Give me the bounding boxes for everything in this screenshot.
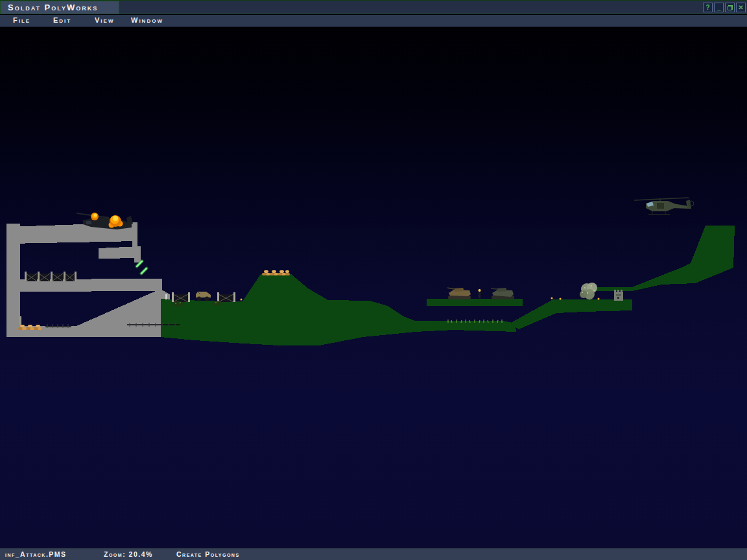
soldier-sprite: [477, 289, 483, 298]
main-land: [161, 274, 516, 345]
restore-button[interactable]: [725, 3, 735, 12]
map-canvas[interactable]: [0, 27, 747, 548]
fence-sprites-floor: [25, 272, 77, 281]
floating-slab: [99, 246, 141, 259]
close-button[interactable]: ✕: [736, 3, 746, 12]
floating-platform: [427, 299, 523, 306]
minimize-icon: _: [717, 4, 721, 12]
restore-icon: [728, 5, 733, 10]
status-zoom: Zoom: 20.4%: [104, 550, 153, 558]
right-shelf: [510, 299, 632, 329]
map-svg: [0, 27, 747, 548]
status-tool: Create Polygons: [176, 550, 240, 558]
post: [19, 316, 21, 325]
tree-sprite: [580, 283, 597, 300]
menu-bar: File Edit View Window: [0, 15, 747, 27]
helicopter-sprite: [634, 198, 694, 215]
sandbags-hilltop: [262, 270, 290, 275]
minimize-button[interactable]: _: [714, 3, 724, 12]
title-box: Soldat PolyWorks: [0, 1, 119, 14]
fence-sprite-a: [172, 292, 190, 302]
polyworks-window: Soldat PolyWorks ? _ ✕ File Edit View Wi…: [0, 0, 747, 560]
tank-sprite-camo: [491, 288, 514, 299]
menu-edit[interactable]: Edit: [53, 16, 71, 24]
right-ledge-hill: [592, 226, 735, 291]
fire-big: [109, 215, 123, 228]
fire-small: [91, 213, 99, 220]
wreck-cockpit: [86, 221, 91, 224]
tank-sprite-brown: [447, 288, 471, 299]
terrain: [161, 226, 735, 345]
white-marker: [165, 294, 167, 299]
tower-sprite: [614, 290, 623, 301]
jeep-sprite: [196, 292, 211, 301]
help-button[interactable]: ?: [703, 3, 713, 12]
projectile-streaks: [137, 261, 147, 274]
window-controls: ? _ ✕: [703, 3, 746, 12]
status-bar: inf_Attack.PMS Zoom: 20.4% Create Polygo…: [0, 548, 747, 560]
fence-sprite-b: [217, 292, 235, 302]
heli-door: [657, 203, 664, 209]
help-icon: ?: [706, 4, 709, 12]
menu-view[interactable]: View: [95, 16, 114, 24]
sandbags-bottom: [18, 316, 42, 330]
window-title: Soldat PolyWorks: [1, 3, 98, 12]
heli-tailboom: [673, 204, 689, 209]
menu-window[interactable]: Window: [131, 16, 163, 24]
heli-rotor: [634, 198, 689, 200]
title-bar: Soldat PolyWorks ? _ ✕: [0, 0, 747, 14]
close-icon: ✕: [738, 4, 743, 12]
status-filename: inf_Attack.PMS: [5, 550, 67, 558]
menu-file[interactable]: File: [13, 16, 30, 24]
